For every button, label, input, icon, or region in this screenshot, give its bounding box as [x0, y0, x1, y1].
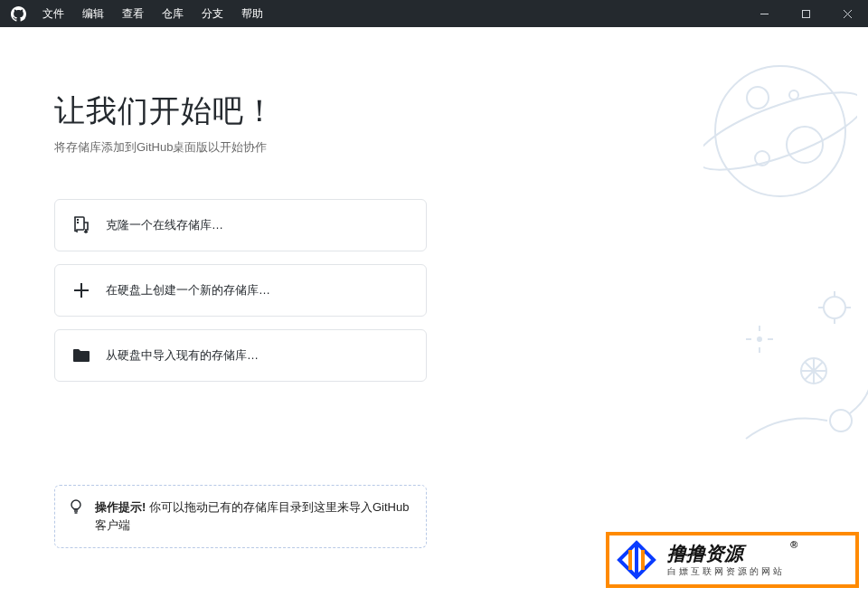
menu-view[interactable]: 查看	[113, 0, 153, 27]
svg-point-11	[801, 358, 826, 384]
svg-line-15	[805, 362, 823, 380]
menu-file-label: 文件	[42, 6, 64, 22]
menu-view-label: 查看	[122, 6, 144, 22]
folder-icon	[71, 348, 91, 363]
svg-rect-18	[77, 222, 79, 223]
svg-point-16	[830, 410, 852, 431]
repo-clone-icon	[71, 216, 91, 234]
menu-file[interactable]: 文件	[33, 0, 73, 27]
svg-rect-17	[77, 219, 79, 221]
titlebar: 文件 编辑 查看 仓库 分支 帮助	[0, 0, 868, 27]
menu-help-label: 帮助	[241, 6, 263, 22]
github-logo-icon	[11, 6, 26, 22]
page-subtitle: 将存储库添加到GitHub桌面版以开始协作	[54, 139, 868, 156]
menu-repo-label: 仓库	[162, 6, 184, 22]
menu-edit[interactable]: 编辑	[73, 0, 113, 27]
svg-point-10	[758, 337, 761, 341]
content-area: 让我们开始吧！ 将存储库添加到GitHub桌面版以开始协作 克隆一个在线存储库……	[0, 27, 868, 597]
menu-repo[interactable]: 仓库	[153, 0, 193, 27]
lightbulb-icon	[68, 498, 84, 520]
window-controls	[743, 0, 868, 27]
clone-repo-option[interactable]: 克隆一个在线存储库…	[54, 199, 427, 251]
registered-mark: ®	[790, 539, 797, 551]
plus-icon	[71, 282, 91, 298]
clone-repo-label: 克隆一个在线存储库…	[106, 217, 223, 233]
menu-help[interactable]: 帮助	[232, 0, 272, 27]
menu-branch-label: 分支	[202, 6, 223, 22]
svg-line-14	[805, 362, 823, 380]
watermark-banner: 撸撸资源® 白嫖互联网资源的网站	[606, 532, 859, 588]
window-minimize-button[interactable]	[743, 0, 785, 27]
window-close-button[interactable]	[826, 0, 868, 27]
menu-edit-label: 编辑	[82, 6, 104, 22]
create-repo-option[interactable]: 在硬盘上创建一个新的存储库…	[54, 264, 427, 317]
svg-point-21	[71, 500, 80, 509]
create-repo-label: 在硬盘上创建一个新的存储库…	[106, 282, 270, 298]
menu-branch[interactable]: 分支	[193, 0, 232, 27]
watermark-logo-icon	[615, 538, 658, 582]
option-list: 克隆一个在线存储库… 在硬盘上创建一个新的存储库… 从硬盘中导入现有的存储库…	[54, 199, 427, 382]
import-repo-option[interactable]: 从硬盘中导入现有的存储库…	[54, 329, 427, 382]
watermark-subtitle: 白嫖互联网资源的网站	[667, 566, 785, 577]
tip-text: 操作提示! 你可以拖动已有的存储库目录到这里来导入GitHub客户端	[95, 500, 409, 532]
window-maximize-button[interactable]	[785, 0, 826, 27]
menu-bar: 文件 编辑 查看 仓库 分支 帮助	[33, 0, 272, 27]
import-repo-label: 从硬盘中导入现有的存储库…	[106, 347, 259, 364]
page-title: 让我们开始吧！	[54, 90, 868, 132]
svg-rect-1	[802, 10, 809, 17]
watermark-title: 撸撸资源®	[667, 543, 785, 564]
shapes-decoration-icon	[714, 289, 868, 470]
watermark-text: 撸撸资源® 白嫖互联网资源的网站	[667, 543, 785, 577]
drag-drop-tip[interactable]: 操作提示! 你可以拖动已有的存储库目录到这里来导入GitHub客户端	[54, 485, 427, 548]
tip-title: 操作提示!	[95, 500, 146, 514]
